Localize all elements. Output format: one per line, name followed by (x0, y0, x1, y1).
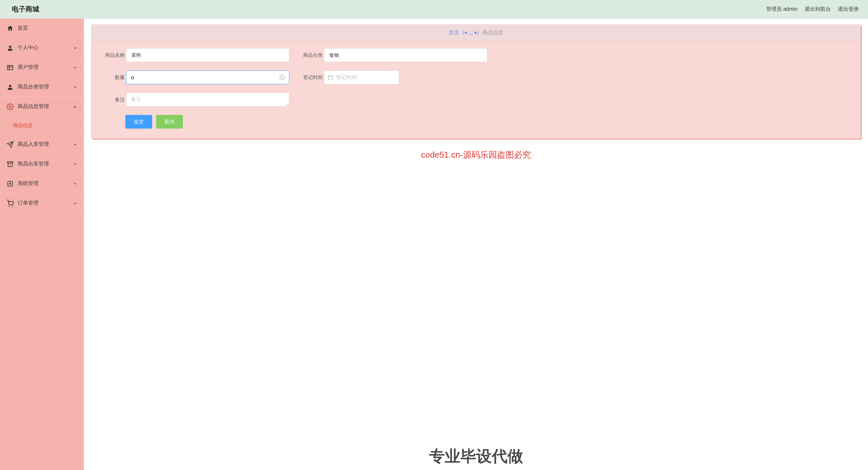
sidebar-subitem-product-info[interactable]: 商品信息 (0, 116, 84, 135)
send-icon (6, 141, 14, 148)
breadcrumb-home[interactable]: 首页 (449, 30, 459, 35)
sidebar-item-inbound[interactable]: 商品入库管理 (0, 135, 84, 155)
sidebar-item-label: 用户管理 (18, 64, 73, 71)
cart-icon (6, 200, 14, 207)
cancel-button[interactable]: 取消 (156, 115, 183, 129)
form: 商品名称 商品分类 数量 (91, 41, 861, 138)
sidebar-item-category[interactable]: 商品分类管理 (0, 77, 84, 97)
sidebar-item-label: 商品入库管理 (18, 141, 73, 148)
content-card: 首页 (●'◡'●) 商品信息 商品名称 商品分类 (91, 25, 861, 139)
user-icon (6, 83, 14, 91)
watermark-red: code51.cn-源码乐园盗图必究 (421, 149, 531, 161)
sidebar-item-label: 个人中心 (18, 44, 73, 51)
name-label: 商品名称 (99, 52, 125, 59)
sidebar-item-product[interactable]: 商品信息管理 (0, 97, 84, 116)
remark-label: 备注 (99, 97, 125, 103)
to-front-button[interactable]: 退出到前台 (805, 6, 831, 13)
sidebar-item-outbound[interactable]: 商品出库管理 (0, 155, 84, 174)
time-input[interactable]: 登记时间 (324, 70, 399, 84)
chevron-down-icon (73, 65, 78, 70)
watermark-big: 专业毕设代做 (429, 446, 523, 467)
chevron-up-icon (73, 104, 78, 109)
sidebar-item-home[interactable]: 首页 (0, 19, 84, 38)
svg-rect-1 (7, 65, 13, 69)
sidebar-item-orders[interactable]: 订单管理 (0, 194, 84, 213)
sidebar-item-label: 商品信息管理 (18, 103, 73, 110)
sidebar: 首页 个人中心 用户管理 商品分类管理 (0, 19, 84, 470)
time-placeholder: 登记时间 (336, 74, 357, 81)
category-input[interactable] (324, 48, 487, 62)
sidebar-item-label: 首页 (18, 25, 78, 32)
app-logo: 电子商城 (12, 5, 39, 14)
sidebar-item-label: 订单管理 (18, 200, 73, 207)
chevron-down-icon (73, 46, 78, 50)
svg-rect-6 (7, 162, 13, 163)
gear-icon (6, 103, 14, 110)
sidebar-item-label: 系统管理 (18, 180, 73, 187)
face-emoji: (●'◡'●) (462, 30, 479, 35)
user-icon (6, 44, 14, 52)
home-icon (6, 25, 14, 32)
breadcrumb-current: 商品信息 (482, 30, 503, 35)
qty-input[interactable] (131, 75, 289, 80)
svg-point-4 (9, 85, 11, 87)
chevron-down-icon (73, 162, 78, 166)
svg-rect-14 (328, 76, 333, 80)
close-square-icon (6, 180, 14, 187)
svg-point-13 (280, 75, 284, 79)
sidebar-item-profile[interactable]: 个人中心 (0, 38, 84, 58)
category-label: 商品分类 (297, 52, 323, 59)
sidebar-item-label: 商品分类管理 (18, 83, 73, 91)
header: 电子商城 管理员 admin 退出到前台 退出登录 (0, 0, 868, 19)
qty-stepper-icon[interactable] (279, 74, 285, 80)
role-label[interactable]: 管理员 admin (766, 6, 798, 13)
qty-label: 数量 (99, 74, 125, 80)
svg-point-5 (9, 106, 11, 108)
header-right: 管理员 admin 退出到前台 退出登录 (766, 6, 859, 13)
calendar-icon (328, 74, 334, 80)
chevron-down-icon (73, 142, 78, 147)
time-label: 登记时间 (297, 74, 323, 80)
chevron-down-icon (73, 181, 78, 186)
sidebar-item-label: 商品出库管理 (18, 161, 73, 167)
logout-button[interactable]: 退出登录 (838, 6, 859, 13)
svg-point-0 (9, 45, 11, 48)
main-content: 首页 (●'◡'●) 商品信息 商品名称 商品分类 (84, 19, 868, 470)
svg-point-11 (9, 206, 9, 206)
qty-input-wrap (126, 70, 289, 84)
sidebar-item-users[interactable]: 用户管理 (0, 58, 84, 77)
chevron-down-icon (73, 201, 78, 206)
remark-input[interactable] (126, 93, 289, 106)
archive-icon (6, 161, 14, 168)
breadcrumb: 首页 (●'◡'●) 商品信息 (91, 25, 861, 41)
sidebar-item-system[interactable]: 系统管理 (0, 174, 84, 194)
grid-icon (6, 64, 14, 71)
name-input[interactable] (126, 48, 289, 62)
chevron-down-icon (73, 85, 78, 90)
svg-point-12 (12, 206, 13, 206)
submit-button[interactable]: 提交 (125, 115, 152, 129)
